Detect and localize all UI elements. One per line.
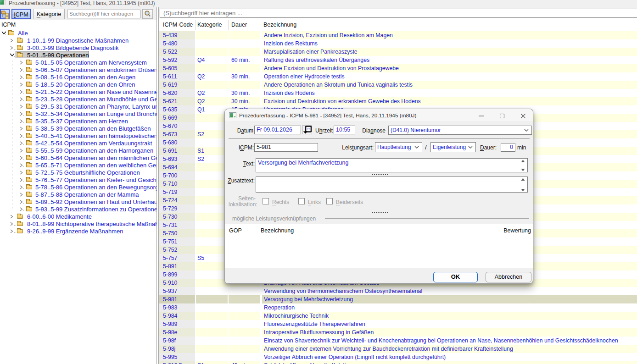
svg-text:12: 12: [307, 128, 310, 131]
